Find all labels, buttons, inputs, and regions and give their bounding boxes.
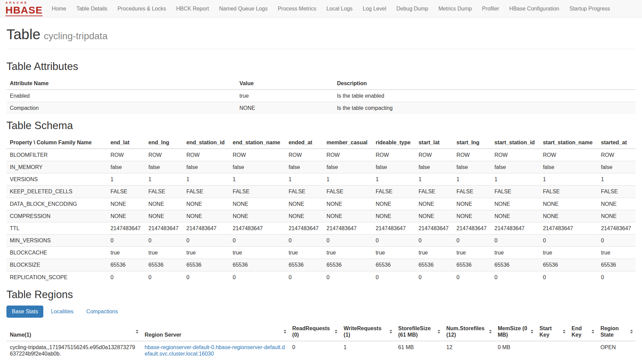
schema-value-cell: 0 [539, 235, 598, 247]
schema-value-cell: 0 [598, 235, 636, 247]
hbase-logo[interactable]: APACHE HBASE [3, 1, 47, 16]
schema-value-cell: 0 [323, 235, 372, 247]
regions-col-region-server[interactable]: Region Server [141, 322, 289, 341]
schema-value-cell: false [107, 161, 145, 173]
schema-value-cell: 0 [453, 235, 491, 247]
schema-value-cell: 0 [285, 235, 323, 247]
schema-value-cell: NONE [323, 198, 372, 210]
nav-item-metrics-dump[interactable]: Metrics Dump [433, 0, 477, 18]
schema-value-cell: NONE [229, 198, 285, 210]
schema-value-cell: ROW [491, 149, 539, 161]
schema-value-cell: true [598, 247, 636, 259]
regions-col-label: StorefileSize (61 MB) [398, 325, 431, 338]
schema-value-cell: NONE [285, 198, 323, 210]
tab-localities[interactable]: Localities [45, 306, 79, 318]
schema-value-cell: 2147483647 [453, 222, 491, 234]
sort-icon [284, 330, 286, 334]
schema-value-cell: 0 [285, 271, 323, 283]
schema-value-cell: true [285, 247, 323, 259]
schema-table-body: BLOOMFILTERROWROWROWROWROWROWROWROWROWRO… [6, 149, 636, 283]
schema-value-cell: 65536 [285, 259, 323, 271]
sort-up-arrow [284, 330, 286, 331]
schema-value-cell: 2147483647 [372, 222, 415, 234]
schema-property-cell: COMPRESSION [6, 210, 107, 222]
schema-property-cell: MIN_VERSIONS [6, 235, 107, 247]
regions-col-label: Name(1) [10, 332, 31, 338]
schema-col-end-station-id: end_station_id [183, 137, 229, 149]
schema-value-cell: FALSE [372, 186, 415, 198]
schema-value-cell: ROW [372, 149, 415, 161]
schema-value-cell: false [453, 161, 491, 173]
regions-col-writerequests-1[interactable]: WriteRequests (1) [340, 322, 395, 341]
title-divider [6, 49, 636, 49]
schema-value-cell: NONE [145, 210, 183, 222]
attribute-name-cell: Compaction [6, 102, 236, 114]
nav-item-hbck-report[interactable]: HBCK Report [171, 0, 214, 18]
regions-col-readrequests-0[interactable]: ReadRequests (0) [289, 322, 340, 341]
navbar: APACHE HBASE HomeTable DetailsProcedures… [0, 0, 642, 18]
nav-item-table-details[interactable]: Table Details [71, 0, 113, 18]
page-title: Tablecycling-tripdata [6, 26, 636, 43]
schema-value-cell: NONE [107, 198, 145, 210]
nav-item-process-metrics[interactable]: Process Metrics [273, 0, 322, 18]
sort-up-arrow [531, 330, 533, 331]
nav-item-debug-dump[interactable]: Debug Dump [391, 0, 433, 18]
schema-value-cell: FALSE [453, 186, 491, 198]
schema-table: Property \ Column Family Nameend_latend_… [6, 137, 636, 283]
schema-value-cell: 65536 [415, 259, 453, 271]
regions-col-label: WriteRequests (1) [344, 325, 381, 338]
tab-compactions[interactable]: Compactions [81, 306, 123, 318]
schema-value-cell: NONE [372, 210, 415, 222]
regions-col-memsize-0-mb[interactable]: MemSize (0 MB) [494, 322, 536, 341]
logo-hbase-text: HBASE [5, 5, 43, 16]
schema-value-cell: FALSE [229, 186, 285, 198]
schema-value-cell: FALSE [415, 186, 453, 198]
schema-value-cell: 2147483647 [285, 222, 323, 234]
storefile-size-cell: 61 MB [395, 341, 443, 360]
attribute-name-cell: Enabled [6, 90, 236, 102]
schema-value-cell: 0 [145, 235, 183, 247]
regions-col-end-key[interactable]: End Key [568, 322, 597, 341]
regions-table: Name(1)Region ServerReadRequests (0)Writ… [6, 322, 636, 360]
regions-header-row: Name(1)Region ServerReadRequests (0)Writ… [6, 322, 636, 341]
regions-table-head: Name(1)Region ServerReadRequests (0)Writ… [6, 322, 636, 341]
schema-value-cell: true [323, 247, 372, 259]
schema-value-cell: 0 [183, 271, 229, 283]
sort-icon [489, 330, 492, 334]
schema-value-cell: 65536 [323, 259, 372, 271]
regions-col-region-state[interactable]: Region State [597, 322, 636, 341]
nav-item-procedures-locks[interactable]: Procedures & Locks [112, 0, 171, 18]
nav-item-home[interactable]: Home [47, 0, 71, 18]
region-server-link[interactable]: hbase-regionserver-default-0.hbase-regio… [145, 344, 285, 357]
schema-value-cell: NONE [183, 210, 229, 222]
sort-icon [531, 330, 533, 334]
nav-item-named-queue-logs[interactable]: Named Queue Logs [214, 0, 272, 18]
regions-col-storefilesize-61-mb[interactable]: StorefileSize (61 MB) [395, 322, 443, 341]
sort-down-arrow [284, 332, 286, 334]
schema-value-cell: NONE [323, 210, 372, 222]
regions-col-name-1[interactable]: Name(1) [6, 322, 141, 341]
nav-item-log-level[interactable]: Log Level [358, 0, 391, 18]
schema-property-cell: KEEP_DELETED_CELLS [6, 186, 107, 198]
attribute-description-cell: Is the table compacting [334, 102, 636, 114]
schema-value-cell: 0 [323, 271, 372, 283]
regions-heading: Table Regions [6, 289, 636, 301]
schema-value-cell: 65536 [107, 259, 145, 271]
nav-item-hbase-configuration[interactable]: HBase Configuration [504, 0, 564, 18]
nav-item-profiler[interactable]: Profiler [477, 0, 504, 18]
sort-icon [390, 330, 392, 334]
schema-value-cell: 0 [183, 235, 229, 247]
nav-item-startup-progress[interactable]: Startup Progress [564, 0, 615, 18]
schema-value-cell: true [415, 247, 453, 259]
table-row: REPLICATION_SCOPE000000000000 [6, 271, 636, 283]
sort-down-arrow [489, 332, 492, 334]
schema-value-cell: NONE [491, 210, 539, 222]
schema-heading: Table Schema [6, 120, 636, 132]
regions-col-num-storefiles-12[interactable]: Num.Storefiles (12) [443, 322, 494, 341]
table-row: EnabledtrueIs the table enabled [6, 90, 636, 102]
tab-base-stats[interactable]: Base Stats [6, 306, 43, 318]
schema-value-cell: FALSE [539, 186, 598, 198]
regions-col-start-key[interactable]: Start Key [536, 322, 568, 341]
table-row: IN_MEMORYfalsefalsefalsefalsefalsefalsef… [6, 161, 636, 173]
nav-item-local-logs[interactable]: Local Logs [321, 0, 357, 18]
